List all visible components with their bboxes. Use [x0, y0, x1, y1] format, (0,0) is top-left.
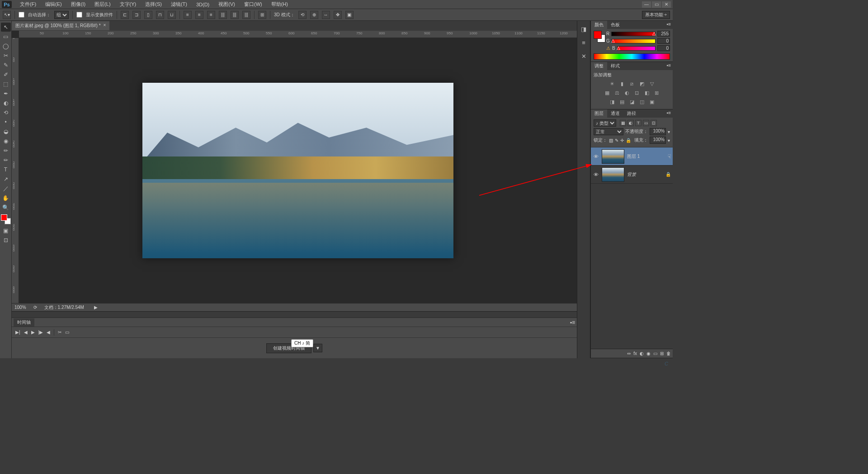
magic-tool[interactable]: ✂ — [1, 51, 11, 60]
marquee-tool[interactable]: ▭ — [1, 32, 11, 41]
selective-icon[interactable]: ▣ — [648, 98, 656, 105]
panel-menu-icon[interactable]: ▪≡ — [665, 21, 673, 29]
link-icon[interactable]: ⇔ — [627, 351, 631, 356]
lock-pos-icon[interactable]: ✛ — [620, 138, 624, 143]
zoom-display[interactable]: 100% — [14, 305, 26, 310]
horizontal-scrollbar[interactable] — [12, 311, 577, 318]
menu-help[interactable]: 帮助(H) — [267, 0, 292, 9]
maximize-button[interactable]: ▭ — [652, 1, 661, 8]
3d-icon[interactable]: ▣ — [345, 11, 354, 19]
b-slider[interactable]: △ — [617, 46, 656, 51]
color-tab[interactable]: 颜色 — [591, 21, 607, 29]
vibrance-icon[interactable]: ▽ — [648, 80, 656, 87]
filter-shape-icon[interactable]: ▭ — [643, 120, 649, 126]
fx-icon[interactable]: fx — [633, 351, 637, 356]
menu-edit[interactable]: 编辑(E) — [41, 0, 66, 9]
adjustments-tab[interactable]: 调整 — [591, 62, 607, 70]
swatches-tab[interactable]: 色板 — [607, 21, 623, 29]
styles-tab[interactable]: 样式 — [607, 62, 623, 70]
threshold-icon[interactable]: ◪ — [628, 98, 636, 105]
blur-tool[interactable]: ◉ — [1, 137, 11, 146]
info-arrow-icon[interactable]: ▶ — [94, 305, 98, 310]
auto-select-checkbox[interactable] — [19, 12, 24, 18]
opacity-value[interactable]: 100% — [650, 128, 666, 135]
quickmask-tool[interactable]: ▣ — [1, 226, 11, 235]
channels-tab[interactable]: 通道 — [607, 109, 623, 118]
spectrum-bar[interactable] — [594, 53, 670, 60]
crop-tool[interactable]: ✎ — [1, 61, 11, 70]
mask-icon[interactable]: ◐ — [640, 351, 644, 356]
delete-icon[interactable]: 🗑 — [666, 351, 671, 356]
distribute-icon[interactable]: ≡ — [184, 11, 192, 19]
layer-row[interactable]: 👁 背景 🔒 — [591, 166, 673, 184]
panel-menu-icon[interactable]: ▪≡ — [570, 319, 575, 326]
refresh-icon[interactable]: ⟳ — [33, 305, 37, 310]
layer-filter-dropdown[interactable]: ♪ 类型 — [594, 119, 616, 127]
screenmode-tool[interactable]: ⊡ — [1, 236, 11, 245]
playback-next-icon[interactable]: |▶ — [38, 330, 43, 335]
minimize-button[interactable]: — — [642, 1, 651, 8]
lock-all-icon[interactable]: 🔒 — [626, 138, 631, 143]
paths-tab[interactable]: 路径 — [623, 109, 640, 118]
timeline-tab[interactable]: 时间轴 — [14, 318, 34, 327]
b-value[interactable]: 0 — [657, 45, 670, 51]
filter-pixel-icon[interactable]: ▦ — [620, 120, 626, 126]
exposure-icon[interactable]: ◩ — [638, 80, 646, 87]
char-dock-icon[interactable]: ✕ — [579, 52, 588, 61]
pen-tool[interactable]: ✏ — [1, 156, 11, 165]
line-tool[interactable]: ／ — [1, 184, 11, 193]
zoom-tool[interactable]: 🔍 — [1, 203, 11, 212]
create-timeline-dropdown[interactable]: ▼ — [313, 344, 322, 352]
3d-icon[interactable]: ✥ — [334, 11, 342, 19]
3d-icon[interactable]: ↔ — [322, 11, 330, 19]
visibility-icon[interactable]: 👁 — [593, 172, 599, 177]
type-tool[interactable]: T — [1, 165, 11, 174]
balance-icon[interactable]: ⚖ — [613, 89, 621, 96]
foreground-color[interactable] — [1, 214, 7, 221]
eyedropper-tool[interactable]: ✐ — [1, 70, 11, 79]
mixer-icon[interactable]: ◧ — [643, 89, 651, 96]
filter-smart-icon[interactable]: ⊡ — [651, 120, 657, 126]
3d-icon[interactable]: ⟲ — [298, 11, 307, 19]
dodge-tool[interactable]: ✏ — [1, 146, 11, 155]
align-icon[interactable]: ⊔ — [168, 11, 176, 19]
filter-adjust-icon[interactable]: ◐ — [627, 120, 634, 126]
levels-icon[interactable]: ▮ — [618, 80, 626, 87]
color-swatch[interactable] — [1, 214, 11, 224]
distribute-icon[interactable]: ≡ — [207, 11, 215, 19]
healing-tool[interactable]: ⬚ — [1, 80, 11, 89]
fg-swatch[interactable] — [594, 31, 602, 39]
playback-play-icon[interactable]: ▶ — [31, 330, 35, 335]
show-transform-checkbox[interactable] — [76, 12, 82, 18]
lock-trans-icon[interactable]: ▧ — [609, 138, 613, 143]
fill-value[interactable]: 100% — [650, 137, 666, 144]
g-slider[interactable]: △ — [612, 39, 656, 43]
menu-3d[interactable]: 3D(D) — [192, 1, 214, 8]
menu-filter[interactable]: 滤镜(T) — [166, 0, 192, 9]
lookup-icon[interactable]: ⊞ — [653, 89, 660, 96]
menu-file[interactable]: 文件(F) — [15, 0, 41, 9]
menu-window[interactable]: 窗口(W) — [240, 0, 267, 9]
timeline-transition-icon[interactable]: ▭ — [65, 330, 69, 335]
distribute-icon[interactable]: ||| — [219, 11, 227, 19]
menu-view[interactable]: 视图(V) — [214, 0, 240, 9]
distribute-icon[interactable]: ≡ — [195, 11, 203, 19]
gradient-icon[interactable]: ◫ — [638, 98, 646, 105]
layer-thumbnail[interactable] — [602, 149, 624, 164]
document-tab[interactable]: 图片素材.jpeg @ 100% (图层 1, RGB/8#) * × — [12, 21, 109, 30]
visibility-icon[interactable]: 👁 — [593, 154, 599, 159]
playback-start-icon[interactable]: ▶| — [15, 330, 20, 335]
align-icon[interactable]: ⊐ — [132, 11, 141, 19]
eraser-tool[interactable]: • — [1, 118, 11, 127]
auto-select-dropdown[interactable]: 组 — [54, 11, 69, 19]
distribute-icon[interactable]: ||| — [242, 11, 250, 19]
layer-thumbnail[interactable] — [602, 167, 624, 182]
stamp-tool[interactable]: ◐ — [1, 99, 11, 108]
layer-row[interactable]: 👁 图层 1 ☟ — [591, 147, 673, 166]
layers-tab[interactable]: 图层 — [591, 109, 607, 118]
properties-dock-icon[interactable]: ≡ — [579, 38, 588, 47]
group-icon[interactable]: ▭ — [653, 351, 657, 356]
path-tool[interactable]: ↗ — [1, 175, 11, 184]
fill-layer-icon[interactable]: ◉ — [646, 351, 651, 356]
panel-menu-icon[interactable]: ▪≡ — [665, 62, 673, 70]
